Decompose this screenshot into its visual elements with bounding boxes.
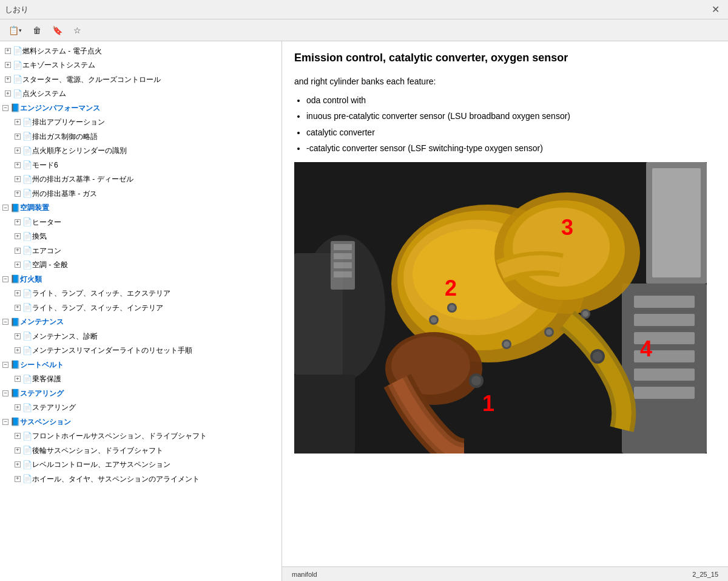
tree-item-mode6[interactable]: + 📄 モード6 (0, 158, 281, 172)
item-label: メンテナンスリマインダーライトのリセット手順 (32, 345, 192, 356)
expand-icon: + (15, 376, 21, 382)
svg-text:2: 2 (445, 276, 457, 301)
tree-item-maintenance-diag[interactable]: + 📄 メンテナンス、診断 (0, 329, 281, 344)
item-label: モード6 (32, 160, 58, 171)
book-icon: 📄 (22, 231, 32, 243)
item-label: 点火システム (22, 88, 66, 99)
section-label: エンジンパフォーマンス (20, 103, 100, 114)
add-dropdown-icon: 📋 (8, 25, 19, 35)
section-steering[interactable]: − 📘 ステアリング (0, 386, 281, 401)
book-icon: 📄 (22, 430, 32, 443)
tree-item-state-emission-gas[interactable]: + 📄 州の排出基準 - ガス (0, 186, 281, 201)
tree-item-steering[interactable]: + 📄 ステアリング (0, 401, 281, 415)
close-button[interactable]: ✕ (708, 2, 723, 16)
book-icon: 📄 (22, 345, 32, 357)
panel-collapse-button[interactable]: ◀ (281, 299, 282, 324)
svg-rect-6 (634, 369, 695, 381)
page-title: Emission control, catalytic converter, o… (294, 51, 716, 65)
delete-button[interactable]: 🗑 (29, 23, 45, 38)
tree-item-aircon[interactable]: + 📄 エアコン (0, 243, 281, 258)
tree-item-ignition[interactable]: + 📄 点火システム (0, 87, 281, 101)
tree-item-ignition-order[interactable]: + 📄 点火順序とシリンダーの識別 (0, 144, 281, 158)
section-label: サスペンション (20, 416, 71, 427)
section-book-icon: 📘 (10, 102, 20, 114)
tree-item-wheel-alignment[interactable]: + 📄 ホイール、タイヤ、サスペンションのアライメント (0, 472, 281, 486)
caption-text: manifold (292, 571, 317, 578)
list-item: oda control with (306, 93, 716, 107)
collapse-icon: − (2, 105, 8, 111)
right-panel: Emission control, catalytic converter, o… (282, 41, 728, 581)
tree-item-level-control[interactable]: + 📄 レベルコントロール、エアサスペンション (0, 458, 281, 472)
section-book-icon: 📘 (10, 416, 20, 428)
book-icon: 📄 (22, 459, 32, 471)
tree-item-ventilation[interactable]: + 📄 換気 (0, 229, 281, 244)
item-label: 州の排出ガス基準 - ディーゼル (32, 174, 133, 185)
star-icon: ☆ (73, 25, 81, 35)
section-hvac[interactable]: − 📘 空調装置 (0, 201, 281, 216)
expand-icon: + (15, 248, 21, 254)
tree-item-fuel-system[interactable]: + 📄 燃料システム - 電子点火 (0, 44, 281, 58)
section-seatbelt[interactable]: − 📘 シートベルト (0, 358, 281, 372)
section-suspension[interactable]: − 📘 サスペンション (0, 415, 281, 429)
tree-item-front-suspension[interactable]: + 📄 フロントホイールサスペンション、ドライブシャフト (0, 429, 281, 444)
book-icon: 📄 (13, 45, 22, 57)
collapse-icon: − (2, 276, 8, 282)
section-maintenance[interactable]: − 📘 メンテナンス (0, 315, 281, 330)
svg-rect-9 (652, 168, 701, 277)
tree-item-starter[interactable]: + 📄 スターター、電源、クルーズコントロール (0, 72, 281, 87)
expand-icon: + (5, 90, 11, 97)
tree-item-passenger-protection[interactable]: + 📄 乗客保護 (0, 372, 281, 387)
book-icon: 📄 (22, 288, 32, 300)
tree-item-state-emission-diesel[interactable]: + 📄 州の排出ガス基準 - ディーゼル (0, 172, 281, 187)
svg-rect-15 (334, 253, 352, 259)
book-icon: 📄 (22, 402, 32, 414)
engine-svg: 1 2 3 4 (294, 162, 707, 454)
svg-rect-12 (294, 375, 355, 454)
item-label: レベルコントロール、エアサスペンション (32, 459, 170, 470)
tree-item-exhaust-abbrev[interactable]: + 📄 排出ガス制御の略語 (0, 129, 281, 144)
expand-icon: + (15, 119, 21, 125)
svg-point-38 (471, 376, 481, 386)
section-book-icon: 📘 (10, 202, 20, 214)
tree-item-exhaust-system[interactable]: + 📄 エキゾーストシステム (0, 58, 281, 73)
svg-text:1: 1 (482, 391, 494, 416)
expand-icon: + (15, 476, 21, 482)
expand-icon: + (15, 333, 21, 339)
tree-item-maintenance-reset[interactable]: + 📄 メンテナンスリマインダーライトのリセット手順 (0, 344, 281, 358)
svg-point-40 (593, 352, 602, 361)
section-engine-performance[interactable]: − 📘 エンジンパフォーマンス (0, 101, 281, 115)
book-icon: 📄 (22, 473, 32, 485)
add-bookmark-button[interactable]: 📋 ▾ (5, 23, 25, 38)
item-label: 州の排出基準 - ガス (32, 188, 97, 199)
tree-item-rear-suspension[interactable]: + 📄 後輪サスペンション、ドライブシャフト (0, 443, 281, 458)
page-ref: 2_25_15 (692, 571, 718, 578)
book-icon: 📄 (22, 216, 32, 228)
svg-text:3: 3 (561, 215, 573, 240)
section-lights[interactable]: − 📘 灯火類 (0, 272, 281, 287)
expand-icon: + (5, 62, 11, 68)
star-button[interactable]: ☆ (70, 23, 85, 38)
content-list: oda control with inuous pre-catalytic co… (306, 93, 716, 155)
bookmark-button[interactable]: 🔖 (49, 23, 66, 38)
book-icon: 📄 (22, 330, 32, 342)
item-label: ヒーター (32, 217, 61, 228)
expand-icon: + (15, 162, 21, 168)
expand-icon: + (15, 134, 21, 140)
tree-item-heater[interactable]: + 📄 ヒーター (0, 215, 281, 229)
tree-item-aircon-general[interactable]: + 📄 空調 - 全般 (0, 258, 281, 273)
expand-icon: + (15, 461, 21, 467)
expand-icon: + (15, 290, 21, 296)
collapse-icon: − (2, 419, 8, 425)
tree-container[interactable]: + 📄 燃料システム - 電子点火 + 📄 エキゾーストシステム + 📄 スター… (0, 41, 281, 581)
expand-icon: + (15, 233, 21, 239)
book-icon: 📄 (22, 302, 32, 314)
dropdown-arrow-icon: ▾ (19, 27, 22, 33)
tree-item-lights-interior[interactable]: + 📄 ライト、ランプ、スイッチ、インテリア (0, 301, 281, 315)
item-label: フロントホイールサスペンション、ドライブシャフト (32, 430, 207, 441)
expand-icon: + (15, 219, 21, 225)
tree-item-exhaust-app[interactable]: + 📄 排出アプリケーション (0, 115, 281, 130)
item-label: ホイール、タイヤ、サスペンションのアライメント (32, 474, 200, 484)
item-label: メンテナンス、診断 (32, 331, 98, 342)
item-label: エキゾーストシステム (22, 59, 95, 70)
tree-item-lights-exterior[interactable]: + 📄 ライト、ランプ、スイッチ、エクステリア (0, 287, 281, 301)
